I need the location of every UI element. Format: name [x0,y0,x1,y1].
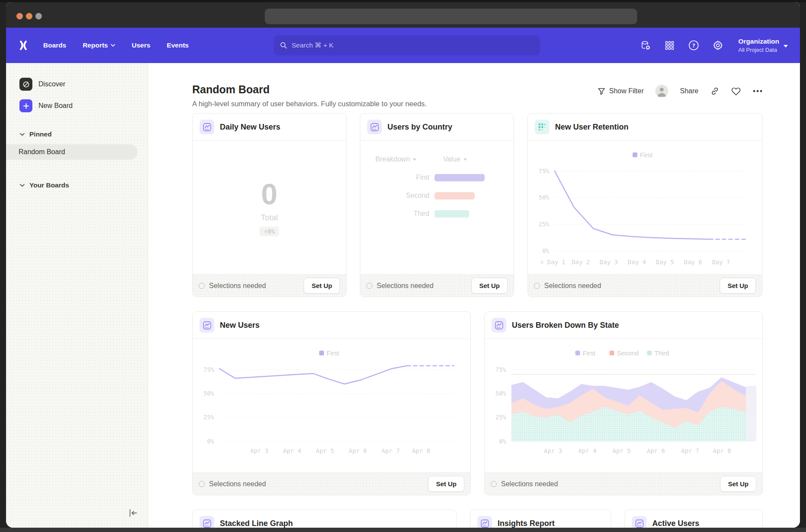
row-label: First [360,174,429,181]
empty-circle-icon [199,283,205,289]
status-badge: Selections needed [534,282,601,290]
link-icon [710,86,720,96]
svg-text:Apr 5: Apr 5 [612,447,631,454]
chevron-down-icon [111,44,115,47]
svg-text:Apr 6: Apr 6 [647,447,665,454]
sidebar-item-random-board[interactable]: Random Board [6,144,137,160]
window-close-button[interactable] [16,13,23,19]
row-label: Second [360,192,429,200]
svg-text:50%: 50% [539,194,550,201]
discover-compass-icon [19,78,32,91]
mixpanel-logo[interactable] [18,40,29,51]
top-navbar: Boards Reports Users Events [6,28,800,63]
card-active-users: Active Users [625,510,763,528]
chevron-down-icon [19,133,25,136]
filter-funnel-icon [598,88,605,95]
sidebar-item-discover[interactable]: Discover [19,78,148,91]
address-bar[interactable] [265,9,637,24]
nav-item-events[interactable]: Events [167,41,189,49]
copy-link-button[interactable] [710,86,720,96]
help-icon[interactable]: ? [688,40,699,51]
retention-line-chart: 75%50%25%0%< Day 1Day 2Day 3Day 4Day 5Da… [528,141,762,274]
heart-icon [731,86,741,96]
setup-button[interactable]: Set Up [471,278,508,294]
svg-text:Apr 7: Apr 7 [381,447,400,454]
window-titlebar [6,2,800,28]
settings-gear-icon[interactable] [712,40,723,51]
svg-text:Apr 3: Apr 3 [544,447,562,454]
chevron-down-icon [463,158,467,161]
stacked-area-chart: 75%50%25%0%Apr 3Apr 4Apr 5Apr 6Apr 7Apr … [485,339,762,472]
svg-text:Apr 8: Apr 8 [412,447,430,454]
card-insights-report: Insights Report [470,510,611,528]
card-title: Users by Country [387,123,452,132]
ellipsis-icon [752,89,763,93]
svg-text:< Day 1: < Day 1 [540,259,565,266]
svg-text:0%: 0% [207,438,214,445]
browser-window: Boards Reports Users Events [6,2,800,528]
nav-item-reports[interactable]: Reports [83,41,115,49]
org-switcher[interactable]: Organization All Project Data [738,38,788,53]
value-bar [435,192,475,200]
svg-text:First: First [583,349,596,357]
svg-text:Second: Second [617,349,639,357]
data-management-icon[interactable] [640,40,651,51]
chevron-down-icon [784,45,788,48]
more-options-button[interactable] [752,89,763,93]
window-minimize-button[interactable] [26,13,32,19]
card-title: Insights Report [498,519,555,528]
card-title: New Users [220,321,260,330]
nav-item-boards[interactable]: Boards [43,41,66,49]
sidebar-item-new-board[interactable]: New Board [19,99,148,112]
show-filter-button[interactable]: Show Filter [598,87,644,95]
avatar[interactable] [655,85,668,98]
value-dropdown[interactable]: Value [443,155,467,163]
navbar-utilities: ? Organization All Project Data [640,38,788,53]
global-search[interactable] [274,35,540,55]
window-zoom-button[interactable] [35,13,42,19]
svg-text:Day 5: Day 5 [656,259,674,266]
search-input[interactable] [292,41,534,49]
new-users-line-chart: 75%50%25%0%Apr 3Apr 4Apr 5Apr 6Apr 7Apr … [193,339,470,472]
svg-text:Apr 4: Apr 4 [578,447,597,454]
org-project: All Project Data [738,47,779,53]
sidebar-section-pinned[interactable]: Pinned [19,130,148,138]
sidebar-section-your-boards[interactable]: Your Boards [19,181,148,189]
svg-text:First: First [327,349,340,357]
user-icon [655,85,668,98]
setup-button[interactable]: Set Up [304,278,340,294]
svg-text:Apr 4: Apr 4 [283,447,301,454]
insights-chart-icon [632,516,647,528]
insights-chart-icon [200,516,214,528]
svg-text:Apr 8: Apr 8 [713,447,731,454]
setup-button[interactable]: Set Up [720,278,756,294]
value-bar [435,210,469,218]
setup-button[interactable]: Set Up [428,476,464,492]
board-actions: Show Filter Share [598,83,763,98]
page-subtitle: A high-level summary of user behaviors. … [192,100,427,108]
insights-chart-icon [367,120,382,134]
card-users-by-state: Users Broken Down By State 75%50%25%0%Ap… [484,311,763,495]
share-button[interactable]: Share [680,87,698,95]
svg-text:0%: 0% [499,438,506,445]
favorite-button[interactable] [731,86,741,96]
collapse-left-icon [128,508,138,518]
card-title: Stacked Line Graph [220,519,293,528]
section-label: Your Boards [29,181,69,189]
insights-chart-icon [492,318,506,332]
breakdown-dropdown[interactable]: Breakdown [375,155,416,163]
status-badge: Selections needed [491,480,558,488]
svg-text:75%: 75% [539,168,550,174]
status-badge: Selections needed [366,282,434,290]
sidebar-collapse-button[interactable] [128,508,138,520]
plus-icon [19,99,32,112]
svg-text:75%: 75% [495,366,507,373]
nav-item-users[interactable]: Users [132,41,150,49]
page-title: Random Board [192,83,427,96]
setup-button[interactable]: Set Up [720,476,756,492]
apps-grid-icon[interactable] [664,40,675,51]
primary-nav: Boards Reports Users Events [43,41,189,49]
svg-text:Day 4: Day 4 [628,259,646,266]
window-controls [16,13,42,19]
svg-text:Day 3: Day 3 [600,259,618,266]
